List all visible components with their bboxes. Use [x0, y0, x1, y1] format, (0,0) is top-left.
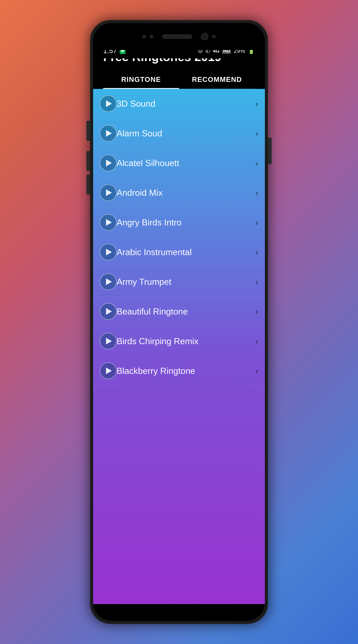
play-button-1[interactable]: [100, 95, 116, 112]
phone-screen: 1:57 ✚ ⊝ ✆ 4G HD 29% 🔋 Free Ringtones 20…: [93, 23, 265, 621]
speaker-grille: [162, 34, 192, 39]
app-container: 1:57 ✚ ⊝ ✆ 4G HD 29% 🔋 Free Ringtones 20…: [93, 23, 265, 621]
play-button-9[interactable]: [100, 333, 116, 350]
phone-bottom-bar: [93, 604, 265, 621]
play-button-4[interactable]: [100, 184, 116, 201]
ringtone-name-8: Beautiful Ringtone: [116, 306, 256, 316]
list-item[interactable]: Angry Birds Intro ›: [93, 208, 265, 237]
camera-area: [142, 33, 216, 40]
chevron-icon: ›: [256, 188, 258, 198]
ringtone-name-6: Arabic Instrumental: [116, 247, 256, 257]
play-icon: [106, 219, 112, 226]
list-item[interactable]: Android Mix ›: [93, 178, 265, 208]
phone-top-notch: [93, 23, 265, 50]
tab-ringtone[interactable]: RINGTONE: [103, 70, 179, 88]
play-button-7[interactable]: [100, 273, 116, 290]
sensor-dot: [212, 35, 216, 38]
ringtone-name-2: Alarm Soud: [116, 128, 256, 138]
list-item[interactable]: Army Trumpet ›: [93, 267, 265, 297]
play-icon: [106, 368, 112, 374]
ringtone-name-7: Army Trumpet: [116, 277, 256, 287]
ringtone-name-10: Blackberry Ringtone: [116, 366, 256, 376]
chevron-icon: ›: [256, 129, 258, 138]
play-icon: [106, 130, 112, 137]
chevron-icon: ›: [256, 366, 258, 376]
list-item[interactable]: Arabic Instrumental ›: [93, 237, 265, 267]
tab-bar: RINGTONE RECOMMEND: [103, 70, 255, 89]
play-icon: [106, 100, 112, 107]
play-button-10[interactable]: [100, 362, 116, 379]
tab-recommend[interactable]: RECOMMEND: [179, 70, 255, 88]
list-item[interactable]: 3D Sound ›: [93, 89, 265, 118]
list-item[interactable]: Alcatel Silhouett ›: [93, 148, 265, 178]
chevron-icon: ›: [256, 158, 258, 168]
ringtone-name-3: Alcatel Silhouett: [116, 158, 256, 168]
chevron-icon: ›: [256, 277, 258, 286]
play-icon: [106, 278, 112, 285]
ringtone-name-9: Birds Chirping Remix: [116, 336, 256, 346]
chevron-icon: ›: [256, 307, 258, 316]
play-icon: [106, 160, 112, 166]
camera-lens: [201, 33, 208, 40]
ringtone-name-4: Android Mix: [116, 188, 256, 198]
play-icon: [106, 189, 112, 196]
ringtone-name-1: 3D Sound: [116, 98, 256, 109]
phone-frame: 1:57 ✚ ⊝ ✆ 4G HD 29% 🔋 Free Ringtones 20…: [90, 20, 268, 624]
ringtone-list: 3D Sound › Alarm Soud › Alcatel Silhouet…: [93, 89, 265, 621]
sensor-dot: [142, 35, 146, 38]
sensor-dot: [150, 35, 153, 38]
list-item[interactable]: Birds Chirping Remix ›: [93, 326, 265, 356]
chevron-icon: ›: [256, 99, 258, 108]
play-icon: [106, 338, 112, 344]
play-button-5[interactable]: [100, 214, 116, 231]
chevron-icon: ›: [256, 218, 258, 227]
list-item[interactable]: Blackberry Ringtone ›: [93, 356, 265, 386]
list-item[interactable]: Alarm Soud ›: [93, 118, 265, 148]
ringtone-name-5: Angry Birds Intro: [116, 217, 256, 228]
play-button-2[interactable]: [100, 125, 116, 142]
play-button-3[interactable]: [100, 155, 116, 172]
play-icon: [106, 308, 112, 315]
chevron-icon: ›: [256, 336, 258, 346]
chevron-icon: ›: [256, 248, 258, 257]
list-item[interactable]: Beautiful Ringtone ›: [93, 297, 265, 326]
play-button-8[interactable]: [100, 303, 116, 320]
play-button-6[interactable]: [100, 244, 116, 260]
play-icon: [106, 249, 112, 256]
